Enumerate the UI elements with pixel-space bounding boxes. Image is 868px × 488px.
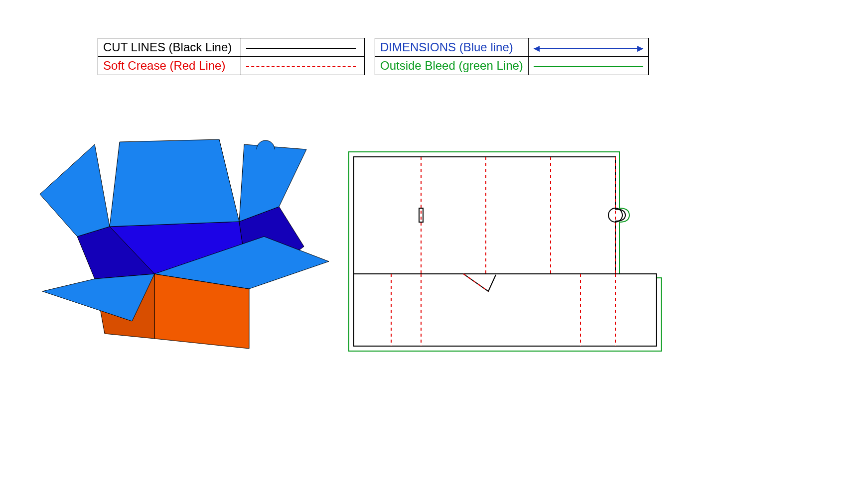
svg-marker-5 — [40, 144, 110, 237]
box-3d-render — [30, 124, 349, 373]
dimension-arrow-sample — [534, 48, 643, 49]
legend-crease-label: Soft Crease (Red Line) — [103, 59, 225, 72]
bleed-line-sample — [534, 66, 643, 67]
legend-bleed-label: Outside Bleed (green Line) — [380, 59, 523, 72]
legend-cut-label: CUT LINES (Black Line) — [103, 40, 232, 54]
dieline-template — [346, 149, 665, 359]
legend-cut-crease: CUT LINES (Black Line) Soft Crease (Red … — [98, 38, 365, 75]
cut-line-sample — [246, 48, 356, 49]
svg-marker-6 — [110, 139, 239, 227]
legend-dim-label: DIMENSIONS (Blue line) — [380, 40, 513, 54]
legend-dim-bleed: DIMENSIONS (Blue line) Outside Bleed (gr… — [375, 38, 649, 75]
crease-line-sample — [246, 66, 356, 67]
